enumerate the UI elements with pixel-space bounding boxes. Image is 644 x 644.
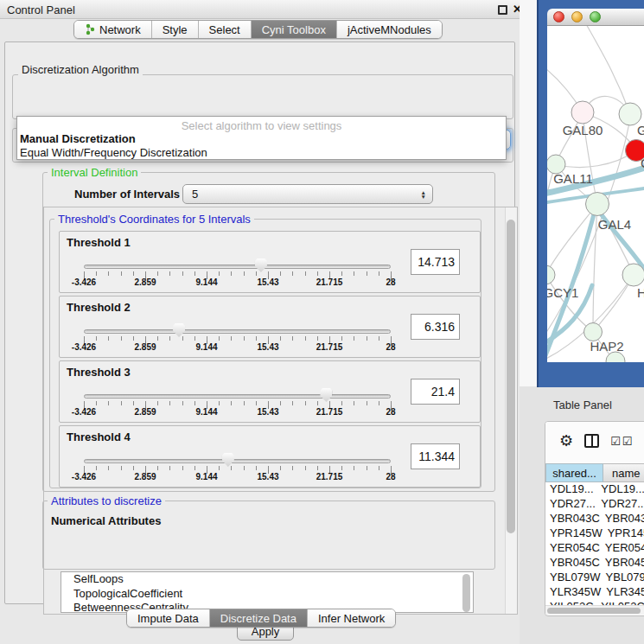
number-of-intervals-value: 5 xyxy=(192,188,198,201)
slider-tick-label: -3.426 xyxy=(72,407,96,417)
slider-tick-label: -3.426 xyxy=(72,342,96,352)
slider-tick-label: 21.715 xyxy=(316,342,343,352)
slider-tick-label: 9.144 xyxy=(195,277,217,287)
slider-tick-label: 21.715 xyxy=(316,277,343,287)
slider-rail[interactable] xyxy=(84,265,391,269)
float-window-icon[interactable] xyxy=(498,5,507,15)
slider-minor-ticks xyxy=(84,466,392,470)
table-toolbar: ⚙ ☑ ☑ xyxy=(545,422,644,460)
number-of-intervals-label: Number of Intervals xyxy=(74,188,180,201)
discretization-algorithm-group xyxy=(12,74,513,119)
cell-name: YLR345W xyxy=(601,585,644,600)
table-hscrollbar-thumb[interactable] xyxy=(547,608,641,614)
slider-thumb[interactable] xyxy=(255,258,267,272)
algorithm-dropdown-popup: Select algorithm to view settings Manual… xyxy=(16,116,507,160)
network-node-gcy1[interactable] xyxy=(547,265,555,284)
attributes-group xyxy=(42,501,495,570)
slider-tick-label: 28 xyxy=(386,407,395,417)
split-columns-icon[interactable] xyxy=(584,434,599,448)
close-traffic-light-icon[interactable] xyxy=(553,11,564,22)
tab-infer-network[interactable]: Infer Network xyxy=(308,609,395,627)
table-panel-title: Table Panel xyxy=(553,399,612,411)
network-node-h[interactable] xyxy=(622,264,644,286)
numerical-attributes-label: Numerical Attributes xyxy=(51,514,161,527)
slider-thumb[interactable] xyxy=(173,323,185,337)
threshold-value-field[interactable]: 21.4 xyxy=(411,379,460,405)
tab-label: Select xyxy=(209,23,240,36)
table-row[interactable]: YDL19...YDL19... xyxy=(545,482,644,497)
tab-jactivemnodules[interactable]: jActiveMNodules xyxy=(337,21,442,38)
tab-network[interactable]: Network xyxy=(74,21,152,38)
threshold-value-field[interactable]: 14.713 xyxy=(411,249,460,275)
number-of-intervals-combobox[interactable]: 5 ▲▼ xyxy=(182,184,433,204)
tab-discretize-data[interactable]: Discretize Data xyxy=(210,609,308,627)
network-icon xyxy=(85,23,96,35)
slider-tick-label: 2.859 xyxy=(134,342,156,352)
gear-icon[interactable]: ⚙ xyxy=(559,433,573,449)
tab-select[interactable]: Select xyxy=(199,21,252,38)
tab-impute-data[interactable]: Impute Data xyxy=(127,609,210,627)
threshold-value-field[interactable]: 6.316 xyxy=(411,314,460,340)
discretization-algorithm-group-title: Discretization Algorithm xyxy=(18,63,143,76)
control-panel: Control Panel ✕ NetworkStyleSelectCyni T… xyxy=(0,0,520,644)
network-edge[interactable] xyxy=(556,150,636,167)
cell-name: YBR043C xyxy=(600,512,644,526)
tab-label: Impute Data xyxy=(137,612,199,625)
numerical-attributes-list[interactable]: SelfLoopsTopologicalCoefficientBetweenne… xyxy=(61,571,474,613)
dropdown-option[interactable]: Equal Width/Frequency Discretization xyxy=(17,146,506,160)
minimize-traffic-light-icon[interactable] xyxy=(571,11,583,22)
tab-cyni-toolbox[interactable]: Cyni Toolbox xyxy=(252,21,337,38)
slider-tick-label: 2.859 xyxy=(134,277,156,287)
checkbox-icon[interactable]: ☑ xyxy=(610,435,621,448)
slider-tick-label: 21.715 xyxy=(316,407,343,417)
slider-tick-label: 15.43 xyxy=(257,407,278,417)
table-row[interactable]: YPR145WYPR145W xyxy=(545,526,644,541)
list-scrollbar-thumb[interactable] xyxy=(462,574,470,612)
threshold-label: Threshold 3 xyxy=(67,366,131,379)
column-header-shared-name[interactable]: shared... xyxy=(545,463,603,482)
network-window-titlebar xyxy=(547,9,644,26)
slider-tick-label: -3.426 xyxy=(72,472,96,481)
thresholds-group-title: Threshold's Coordinates for 5 Intervals xyxy=(54,213,254,226)
settings-scrollbar-thumb[interactable] xyxy=(507,220,515,533)
node-label: H xyxy=(637,285,644,300)
tab-label: Discretize Data xyxy=(220,612,296,625)
node-label: GCY1 xyxy=(547,285,578,300)
network-node-gal4[interactable] xyxy=(586,193,609,216)
table-row[interactable]: YBR045CYBR045C xyxy=(545,556,644,571)
table-row[interactable]: YBL079WYBL079W xyxy=(545,571,644,585)
slider-tick-label: 15.43 xyxy=(257,342,278,352)
slider-rail[interactable] xyxy=(84,394,391,399)
slider-thumb[interactable] xyxy=(320,388,332,402)
slider-tick-label: 9.144 xyxy=(195,342,217,352)
list-item[interactable]: TopologicalCoefficient xyxy=(61,587,473,602)
cell-shared-name: YDL19... xyxy=(545,482,596,497)
cell-shared-name: YDR27... xyxy=(545,497,596,512)
checkbox-icon[interactable]: ☑ xyxy=(622,435,633,448)
table-hscrollbar-track[interactable] xyxy=(545,605,644,615)
table-row[interactable]: YDR27...YDR27... xyxy=(545,497,644,512)
threshold-box: Threshold 1-3.4262.8599.14415.4321.71528… xyxy=(59,231,481,293)
slider-tick-label: 28 xyxy=(386,472,395,481)
table-row[interactable]: YLR345WYLR345W xyxy=(545,585,644,600)
cell-name: YBR045C xyxy=(600,556,644,571)
slider-rail[interactable] xyxy=(84,329,391,334)
slider-tick-label: 2.859 xyxy=(134,407,156,417)
network-canvas[interactable]: GAL80GACGAL11GAL4GCY1HHAP2 xyxy=(547,26,644,362)
column-header-name[interactable]: name xyxy=(603,463,644,482)
threshold-box: Threshold 4-3.4262.8599.14415.4321.71528… xyxy=(59,425,481,488)
table-row[interactable]: YER054CYER054C xyxy=(545,541,644,556)
slider-rail[interactable] xyxy=(84,459,391,463)
network-edge[interactable] xyxy=(547,204,597,275)
table-row[interactable]: YBR043CYBR043C xyxy=(545,512,644,526)
network-node-gal80[interactable] xyxy=(571,101,594,124)
threshold-value-field[interactable]: 11.344 xyxy=(411,443,460,469)
zoom-traffic-light-icon[interactable] xyxy=(590,11,601,22)
list-item[interactable]: SelfLoops xyxy=(61,572,473,587)
slider-thumb[interactable] xyxy=(222,453,234,467)
dropdown-prompt-item[interactable]: Select algorithm to view settings xyxy=(17,119,506,132)
cell-name: YDR27... xyxy=(596,497,644,512)
dropdown-option[interactable]: Manual Discretization xyxy=(17,132,506,146)
tab-style[interactable]: Style xyxy=(152,21,199,38)
threshold-label: Threshold 2 xyxy=(67,301,131,314)
